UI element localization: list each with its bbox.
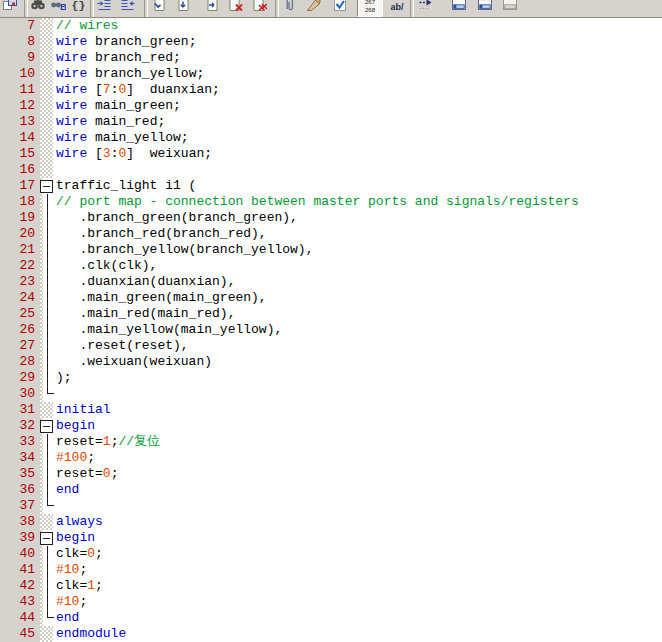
line-number: 8 [0,34,40,50]
fold-margin-strip [43,578,53,594]
code-token: wire [56,130,87,145]
bookmark-delete-icon[interactable] [228,0,246,12]
code-text[interactable]: traffic_light i1 ( [53,178,196,194]
code-line: 43#10; [0,594,662,610]
code-editor[interactable]: 7// wires8wire branch_green;9wire branch… [0,18,662,642]
swap-window-icon[interactable] [2,0,20,12]
replace-text-icon[interactable]: ab/ [386,0,408,12]
fold-guide-line [47,434,48,450]
code-text[interactable]: .branch_yellow(branch_yellow), [53,242,313,258]
goto-line-arrow-icon[interactable] [418,0,436,12]
code-text[interactable] [53,386,56,402]
code-token: .main_green(main_green), [56,290,267,305]
fold-margin-strip [43,386,53,402]
paperclip-icon[interactable] [282,0,300,12]
code-text[interactable]: wire branch_yellow; [53,66,204,82]
find-icon[interactable] [30,0,48,12]
code-text[interactable]: clk=1; [53,578,103,594]
fold-collapse-icon[interactable] [40,532,53,545]
fold-margin [40,194,53,210]
fold-margin [40,114,53,130]
code-text[interactable]: endmodule [53,626,126,642]
code-text[interactable]: end [53,610,79,626]
fold-margin [40,450,53,466]
code-line: 38always [0,514,662,530]
line-number: 41 [0,562,40,578]
code-text[interactable]: wire main_red; [53,114,165,130]
match-braces-icon[interactable]: {} [70,0,88,12]
code-token: wire [56,98,87,113]
code-text[interactable]: wire branch_red; [53,50,181,66]
code-line: 28 .weixuan(weixuan) [0,354,662,370]
code-line: 18// port map - connection between maste… [0,194,662,210]
fold-guide-line [47,466,48,482]
code-text[interactable]: wire [3:0] weixuan; [53,146,212,162]
code-line: 27 .reset(reset), [0,338,662,354]
line-number: 40 [0,546,40,562]
code-text[interactable]: clk=0; [53,546,103,562]
code-token: end [56,482,79,497]
code-text[interactable]: wire main_green; [53,98,181,114]
code-text[interactable]: wire [7:0] duanxian; [53,82,220,98]
code-text[interactable]: wire branch_green; [53,34,196,50]
code-token: // wires [56,18,118,33]
window-pane-bottom-icon[interactable] [451,0,469,12]
code-text[interactable]: .clk(clk), [53,258,157,274]
code-text[interactable]: always [53,514,103,530]
line-number: 19 [0,210,40,226]
find-in-scope-icon[interactable]: B [50,0,68,12]
fold-margin-strip [43,290,53,306]
line-number: 42 [0,578,40,594]
syntax-check-icon[interactable] [332,0,350,12]
code-line: 45endmodule [0,626,662,642]
code-token: ; [95,546,103,561]
bookmark-delete-all-icon[interactable] [252,0,270,12]
indent-increase-icon[interactable] [96,0,114,12]
code-token: reset= [56,466,103,481]
code-token: ; [95,578,103,593]
code-text[interactable]: reset=0; [53,466,118,482]
fold-margin [40,66,53,82]
code-text[interactable]: .weixuan(weixuan) [53,354,212,370]
bookmark-next-icon[interactable] [176,0,194,12]
code-text[interactable]: #10; [53,594,87,610]
code-text[interactable]: wire main_yellow; [53,130,189,146]
line-counter[interactable]: 267268 [357,0,383,17]
code-text[interactable]: begin [53,418,95,434]
code-text[interactable]: .reset(reset), [53,338,189,354]
fold-collapse-icon[interactable] [40,180,53,193]
code-text[interactable]: .duanxian(duanxian), [53,274,235,290]
code-text[interactable]: .main_yellow(main_yellow), [53,322,282,338]
window-pane-bottom-3-icon[interactable] [502,0,520,12]
wedge-icon[interactable] [306,0,324,12]
code-text[interactable]: .main_red(main_red), [53,306,235,322]
fold-collapse-icon[interactable] [40,420,53,433]
code-token: clk= [56,578,87,593]
fold-margin [40,242,53,258]
code-text[interactable]: end [53,482,79,498]
code-text[interactable]: reset=1;//复位 [53,434,160,450]
code-text[interactable]: .branch_red(branch_red), [53,226,267,242]
code-text[interactable]: #10; [53,562,87,578]
code-token: // port map - connection between master … [56,194,579,209]
line-number: 20 [0,226,40,242]
code-token: 1 [103,434,111,449]
indent-decrease-icon[interactable] [120,0,138,12]
code-text[interactable] [53,162,56,178]
code-text[interactable]: #100; [53,450,95,466]
code-text[interactable] [53,498,56,514]
code-text[interactable]: initial [53,402,111,418]
bookmark-toggle-icon[interactable] [152,0,170,12]
code-text[interactable]: // wires [53,18,118,34]
bookmark-goto-icon[interactable] [205,0,223,12]
code-text[interactable]: .main_green(main_green), [53,290,267,306]
fold-margin [40,386,53,402]
code-token: reset= [56,434,103,449]
code-text[interactable]: ); [53,370,72,386]
code-text[interactable]: .branch_green(branch_green), [53,210,298,226]
code-text[interactable]: begin [53,530,95,546]
code-token: 7 [103,82,111,97]
code-text[interactable]: // port map - connection between master … [53,194,579,210]
fold-guide-line [47,290,48,306]
window-pane-bottom-2-icon[interactable] [477,0,495,12]
